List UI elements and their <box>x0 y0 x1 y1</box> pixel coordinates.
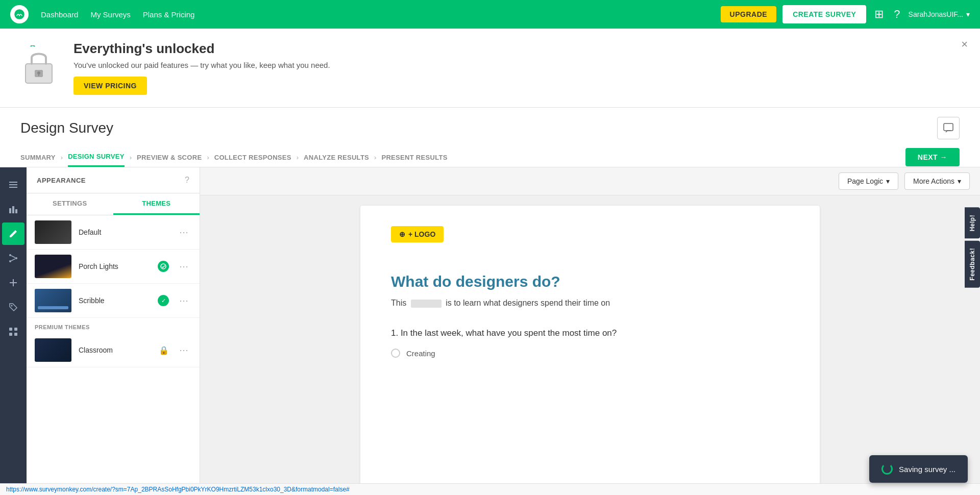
theme-item-classroom[interactable]: Classroom 🔒 ⋯ <box>27 333 200 367</box>
tab-themes[interactable]: THEMES <box>113 193 200 215</box>
breadcrumb-design-survey[interactable]: DESIGN SURVEY <box>68 147 125 167</box>
sidebar-icons <box>0 167 27 495</box>
survey-title[interactable]: What do designers do? <box>391 273 789 290</box>
option-creating-text: Creating <box>406 349 435 358</box>
svg-point-24 <box>161 264 166 269</box>
sidebar-icon-menu[interactable] <box>2 174 24 196</box>
upgrade-button[interactable]: UPGRADE <box>721 6 777 22</box>
promo-close-button[interactable]: × <box>961 38 968 51</box>
svg-rect-7 <box>9 184 17 185</box>
radio-creating <box>391 349 400 358</box>
survey-question[interactable]: 1. In the last week, what have you spent… <box>391 328 789 338</box>
user-menu[interactable]: SarahJonasUIF... ▾ <box>909 10 970 18</box>
survey-canvas: Page Logic ▾ More Actions ▾ ⊕ + LOGO Wha… <box>200 167 980 495</box>
theme-badge-porch <box>158 261 169 272</box>
theme-thumb-classroom <box>35 338 71 362</box>
svg-rect-11 <box>15 209 17 213</box>
nav-dashboard[interactable]: Dashboard <box>41 10 78 19</box>
canvas-toolbar: Page Logic ▾ More Actions ▾ <box>200 167 980 195</box>
nav-my-surveys[interactable]: My Surveys <box>90 10 130 19</box>
url-bar: https://www.surveymonkey.com/create/?sm=… <box>0 483 980 495</box>
right-feedback: Help! Feedback! <box>965 208 980 287</box>
nav-links: Dashboard My Surveys Plans & Pricing <box>41 10 721 19</box>
sidebar-icon-add[interactable] <box>2 271 24 294</box>
sidebar-icon-logic[interactable] <box>2 247 24 269</box>
tab-settings[interactable]: SETTINGS <box>27 193 113 215</box>
theme-thumb-porch <box>35 255 71 278</box>
saving-message: Saving survey ... <box>899 465 955 474</box>
appearance-help-icon[interactable]: ? <box>185 176 189 185</box>
survey-option-creating: Creating <box>391 349 789 358</box>
sidebar-icon-chart[interactable] <box>2 198 24 220</box>
svg-point-19 <box>11 305 13 307</box>
comment-icon-button[interactable] <box>937 117 960 139</box>
create-survey-button[interactable]: CREATE SURVEY <box>782 5 866 23</box>
sidebar-icon-tags[interactable] <box>2 296 24 318</box>
page-title-row: Design Survey <box>20 117 960 139</box>
promo-lock-icon <box>20 45 57 90</box>
theme-item-scribble[interactable]: Scribble ✓ ⋯ <box>27 284 200 318</box>
appearance-panel: APPEARANCE ? SETTINGS THEMES Default ⋯ P… <box>27 167 200 495</box>
svg-point-12 <box>9 254 11 256</box>
logo[interactable] <box>10 5 29 23</box>
svg-line-16 <box>11 259 15 261</box>
theme-name-porch: Porch Lights <box>79 262 151 270</box>
next-button[interactable]: NEXT → <box>905 148 960 166</box>
premium-themes-label: PREMIUM THEMES <box>27 318 200 333</box>
theme-scribble-more-icon[interactable]: ⋯ <box>176 294 191 307</box>
top-nav: Dashboard My Surveys Plans & Pricing UPG… <box>0 0 980 29</box>
logo-button[interactable]: ⊕ + LOGO <box>391 226 444 242</box>
appearance-tabs: SETTINGS THEMES <box>27 193 200 215</box>
promo-banner: Everything's unlocked You've unlocked ou… <box>0 29 980 108</box>
svg-rect-10 <box>12 206 14 213</box>
svg-point-13 <box>15 257 17 259</box>
svg-rect-6 <box>9 182 17 183</box>
theme-item-porch-lights[interactable]: Porch Lights ⋯ <box>27 250 200 284</box>
theme-check-scribble: ✓ <box>158 295 169 306</box>
lock-icon: 🔒 <box>159 345 169 355</box>
promo-text: Everything's unlocked You've unlocked ou… <box>74 41 330 95</box>
sidebar-icon-grid[interactable] <box>2 320 24 343</box>
theme-porch-more-icon[interactable]: ⋯ <box>176 260 191 273</box>
nav-right: UPGRADE CREATE SURVEY ⊞ ? SarahJonasUIF.… <box>721 5 970 23</box>
svg-rect-20 <box>9 328 12 331</box>
svg-rect-9 <box>9 208 11 213</box>
theme-classroom-more-icon[interactable]: ⋯ <box>176 343 191 357</box>
svg-rect-21 <box>14 328 17 331</box>
more-actions-button[interactable]: More Actions ▾ <box>904 172 970 190</box>
breadcrumb-preview-score[interactable]: PREVIEW & SCORE <box>137 148 202 166</box>
breadcrumb-analyze-results[interactable]: ANALYZE RESULTS <box>304 148 369 166</box>
breadcrumb-summary[interactable]: SUMMARY <box>20 148 56 166</box>
theme-name-classroom: Classroom <box>79 346 152 354</box>
help-icon[interactable]: ? <box>892 6 902 23</box>
theme-more-icon[interactable]: ⋯ <box>176 226 191 239</box>
themes-list: Default ⋯ Porch Lights ⋯ Scri <box>27 215 200 495</box>
sidebar-icon-edit[interactable] <box>2 222 24 245</box>
svg-rect-8 <box>9 187 17 188</box>
saving-spinner <box>881 463 893 475</box>
breadcrumb-collect-responses[interactable]: COLLECT RESPONSES <box>214 148 291 166</box>
theme-thumb-scribble <box>35 289 71 312</box>
theme-item-top[interactable]: Default ⋯ <box>27 215 200 250</box>
survey-content: ⊕ + LOGO What do designers do? This is t… <box>360 206 820 495</box>
help-tab[interactable]: Help! <box>965 208 980 239</box>
theme-name-scribble: Scribble <box>79 296 151 305</box>
appearance-title: APPEARANCE <box>37 177 86 184</box>
svg-point-3 <box>37 71 40 75</box>
page-header: Design Survey SUMMARY › DESIGN SURVEY › … <box>0 108 980 167</box>
main-content: APPEARANCE ? SETTINGS THEMES Default ⋯ P… <box>0 167 980 495</box>
svg-rect-5 <box>944 123 953 131</box>
grid-icon[interactable]: ⊞ <box>872 6 886 23</box>
svg-rect-23 <box>14 333 17 336</box>
theme-thumb <box>35 220 71 244</box>
breadcrumb-present-results[interactable]: PRESENT RESULTS <box>381 148 447 166</box>
svg-line-15 <box>11 256 15 258</box>
view-pricing-button[interactable]: VIEW PRICING <box>74 77 147 95</box>
svg-rect-22 <box>9 333 12 336</box>
saving-toast: Saving survey ... <box>869 455 968 483</box>
feedback-tab[interactable]: Feedback! <box>965 240 980 287</box>
nav-plans-pricing[interactable]: Plans & Pricing <box>143 10 195 19</box>
description-blank <box>411 300 442 308</box>
svg-point-0 <box>14 9 24 19</box>
page-logic-button[interactable]: Page Logic ▾ <box>839 172 898 190</box>
